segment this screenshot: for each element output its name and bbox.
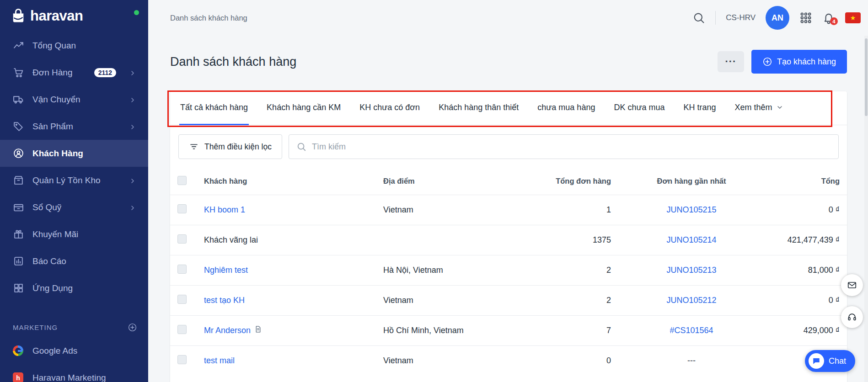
avatar[interactable]: AN	[766, 6, 789, 30]
table-row: KH boom 1 Vietnam 1 JUNO105215 0 ₫	[170, 195, 847, 225]
row-checkbox[interactable]	[177, 265, 187, 274]
sidebar-item-van-chuyen[interactable]: Vận Chuyển	[0, 86, 148, 113]
customer-search-input[interactable]	[312, 142, 831, 152]
row-checkbox[interactable]	[177, 204, 187, 213]
customer-location: Hà Nội, Vietnam	[376, 255, 527, 285]
notifications-bell-icon[interactable]: 4	[822, 11, 835, 24]
create-customer-label: Tạo khách hàng	[777, 57, 836, 67]
sidebar-item-label: Ứng Dụng	[32, 283, 73, 293]
add-filter-button[interactable]: Thêm điều kiện lọc	[178, 134, 282, 159]
add-marketing-channel-icon[interactable]	[128, 323, 137, 332]
customer-location	[376, 225, 527, 255]
table-row: Nghiêm test Hà Nội, Vietnam 2 JUNO105213…	[170, 255, 847, 285]
customer-total-spent: 429,000 ₫	[765, 315, 847, 345]
sidebar-item-label: Đơn Hàng	[32, 68, 72, 78]
tab-khach-hang-can-km[interactable]: Khách hàng cần KM	[266, 91, 342, 125]
chevron-down-icon	[776, 104, 783, 111]
haravan-bag-icon	[10, 8, 27, 24]
sidebar-item-label: Sổ Quỹ	[32, 202, 61, 212]
col-header-total-orders: Tổng đơn hàng	[527, 168, 618, 195]
customer-total-orders: 1	[527, 195, 618, 225]
sidebar-item-google-ads[interactable]: Google Ads	[0, 337, 148, 364]
tab-dk-chua-mua[interactable]: DK chưa mua	[613, 91, 665, 125]
plus-circle-icon	[762, 57, 772, 67]
sidebar-item-khach-hang[interactable]: Khách Hàng	[0, 140, 148, 167]
col-header-customer: Khách hàng	[197, 168, 376, 195]
row-checkbox[interactable]	[177, 295, 187, 304]
feedback-mail-button[interactable]	[841, 274, 863, 296]
note-icon	[254, 325, 262, 335]
tab-kh-trang[interactable]: KH trang	[683, 91, 717, 125]
customer-name-link[interactable]: Nghiêm test	[204, 265, 248, 275]
trend-icon	[13, 40, 24, 51]
search-icon[interactable]	[692, 11, 705, 24]
sidebar-item-label: Khuyến Mãi	[32, 229, 78, 239]
tag-icon	[13, 121, 24, 132]
main-area: Danh sách khách hàng CS-HRV AN 4 ★ Danh …	[148, 0, 868, 382]
google-ads-icon	[13, 345, 24, 356]
customer-total-orders: 7	[527, 315, 618, 345]
apps-launcher-icon[interactable]	[799, 11, 812, 24]
tab-xem-them[interactable]: Xem thêm	[734, 91, 784, 125]
sidebar-item-label: Báo Cáo	[32, 256, 66, 266]
filter-row: Thêm điều kiện lọc	[170, 125, 847, 168]
sidebar-item-haravan-marketing[interactable]: h Haravan Marketing	[0, 364, 148, 382]
tab-chua-mua-hang[interactable]: chưa mua hàng	[536, 91, 596, 125]
row-checkbox[interactable]	[177, 355, 187, 364]
customer-name-link[interactable]: test tạo KH	[204, 296, 245, 305]
online-status-dot	[134, 10, 139, 15]
customer-total-spent: 0 ₫	[765, 285, 847, 315]
topbar: Danh sách khách hàng CS-HRV AN 4 ★	[148, 0, 868, 36]
customer-name-link[interactable]: Mr Anderson	[204, 326, 251, 335]
sidebar-item-don-hang[interactable]: Đơn Hàng 2112	[0, 59, 148, 86]
tab-tat-ca-khach-hang[interactable]: Tất cả khách hàng	[179, 91, 249, 125]
gift-icon	[13, 228, 24, 240]
last-order-link[interactable]: #CS101564	[670, 326, 713, 335]
customer-name-link[interactable]: test mail	[204, 356, 235, 365]
chat-button[interactable]: Chat	[805, 350, 855, 372]
sidebar-item-label: Sản Phẩm	[32, 122, 73, 132]
customer-total-orders: 0	[527, 345, 618, 376]
vietnam-flag-icon[interactable]: ★	[845, 12, 861, 23]
haravan-marketing-icon: h	[13, 372, 24, 382]
haravan-logo[interactable]: haravan	[0, 0, 148, 32]
row-checkbox[interactable]	[177, 325, 187, 334]
tab-kh-chua-co-don[interactable]: KH chưa có đơn	[359, 91, 421, 125]
more-actions-button[interactable]: ···	[718, 51, 744, 72]
apps-icon	[13, 282, 24, 294]
inventory-icon	[13, 175, 24, 186]
select-all-checkbox[interactable]	[177, 176, 187, 185]
sidebar-item-label: Google Ads	[32, 346, 77, 356]
support-headset-button[interactable]	[841, 306, 863, 328]
tab-xem-them-label: Xem thêm	[735, 103, 772, 112]
last-order-link[interactable]: JUNO105214	[666, 235, 716, 244]
table-row: test tạo KH Vietnam 2 JUNO105212 0 ₫	[170, 285, 847, 315]
sidebar-item-bao-cao[interactable]: Báo Cáo	[0, 248, 148, 275]
customers-table: Khách hàng Địa điểm Tổng đơn hàng Đơn hà…	[170, 168, 847, 376]
create-customer-button[interactable]: Tạo khách hàng	[751, 50, 847, 74]
last-order-link[interactable]: JUNO105215	[666, 205, 716, 214]
sidebar-item-tong-quan[interactable]: Tổng Quan	[0, 32, 148, 59]
chevron-right-icon	[129, 96, 136, 103]
sidebar-item-san-pham[interactable]: Sản Phẩm	[0, 113, 148, 140]
customer-total-orders: 2	[527, 285, 618, 315]
customer-name-link[interactable]: KH boom 1	[204, 205, 245, 214]
mail-icon	[847, 280, 857, 290]
add-filter-label: Thêm điều kiện lọc	[204, 142, 272, 152]
sidebar-item-quan-ly-ton-kho[interactable]: Quản Lý Tồn Kho	[0, 167, 148, 194]
sidebar-item-khuyen-mai[interactable]: Khuyến Mãi	[0, 221, 148, 248]
customer-location: Hồ Chí Minh, Vietnam	[376, 315, 527, 345]
sidebar-item-so-quy[interactable]: Sổ Quỹ	[0, 194, 148, 221]
last-order-link[interactable]: JUNO105213	[666, 265, 716, 275]
row-checkbox[interactable]	[177, 234, 187, 244]
page-title: Danh sách khách hàng	[170, 55, 296, 69]
scrollbar-thumb[interactable]	[865, 38, 868, 116]
last-order-link[interactable]: JUNO105212	[666, 296, 716, 305]
sidebar-item-label: Khách Hàng	[32, 149, 83, 159]
tab-khach-hang-than-thiet[interactable]: Khách hàng thân thiết	[438, 91, 520, 125]
customer-total-orders: 2	[527, 255, 618, 285]
orders-count-badge: 2112	[94, 68, 116, 77]
sidebar-item-ung-dung[interactable]: Ứng Dụng	[0, 275, 148, 302]
headset-icon	[847, 312, 857, 322]
section-label: MARKETING	[13, 324, 58, 331]
